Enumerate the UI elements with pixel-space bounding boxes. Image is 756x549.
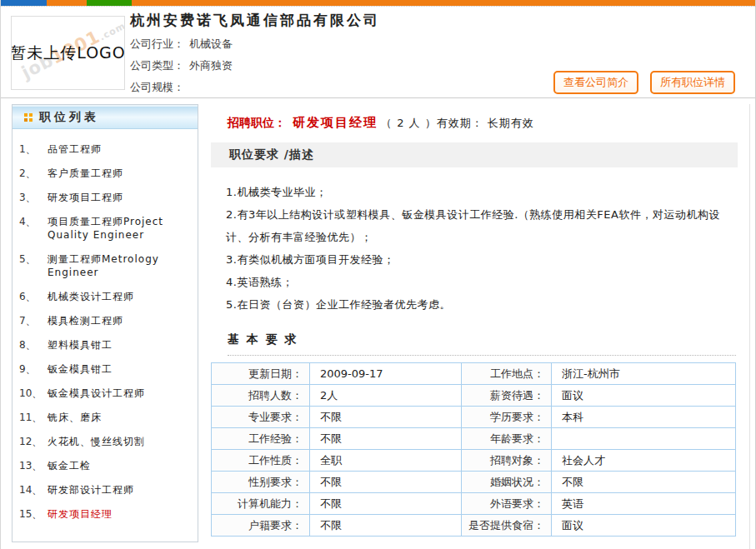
job-item-title: 塑料模具钳工 [48,338,193,352]
job-item-title: 研发项目工程师 [48,191,193,204]
company-info-row: 公司行业：机械设备 [130,37,233,48]
company-info-row: 公司规模： [130,80,233,92]
requirement-line: 2.有3年以上结构设计或塑料模具、钣金模具设计工作经验.（熟练使用相关FEA软件… [226,203,738,248]
job-list-item[interactable]: 12、 火花机、慢丝线切割 [19,430,193,454]
job-list-item[interactable]: 3、 研发项目工程师 [19,186,193,210]
job-list-title: 职位列表 [39,110,99,125]
job-detail-panel: 招聘职位：研发项目经理（ 2 人 ）有效期： 长期有效 职位要求 /描述 1.机… [208,104,750,549]
job-item-number: 11、 [19,411,48,424]
table-value-cell: 不限 [310,428,462,450]
job-item-title: 研发部设计工程师 [48,483,193,497]
job-item-title: 火花机、慢丝线切割 [48,435,193,448]
job-item-number: 14、 [19,483,48,497]
job-item-title: 项目质量工程师Project Quality Engineer [48,215,193,242]
header-buttons: 查看公司简介 所有职位详情 [553,71,735,94]
table-row: 更新日期： 2009-09-17 工作地点： 浙江-杭州市 [212,363,736,385]
table-value-cell: 2人 [310,385,462,407]
table-value-cell: 英语 [552,493,736,515]
table-label-cell: 工作性质： [212,450,310,472]
job-item-number: 5、 [19,252,48,279]
content-area: 职位列表 1、 品管工程师 2、 客户质量工程师 3、 研发项目工程师 [1,98,755,542]
job-item-title: 研发项目经理 [48,507,193,521]
job-title: 研发项目经理 [293,115,378,130]
basic-requirements-header: 基 本 要 求 [228,332,736,356]
table-value-cell: 面议 [552,385,736,407]
table-label-cell: 工作地点： [462,363,552,385]
requirement-line: 4.英语熟练； [226,271,738,293]
job-item-number: 15、 [19,507,48,521]
company-info-value: 外商独资 [189,59,233,72]
job-list-item[interactable]: 10、 钣金模具设计工程师 [19,382,193,406]
recruit-position-label: 招聘职位： [228,116,286,129]
job-list-item[interactable]: 11、 铣床、磨床 [19,406,193,430]
table-value-cell: 浙江-杭州市 [552,363,736,385]
job-title-line: 招聘职位：研发项目经理（ 2 人 ）有效期： 长期有效 [228,115,741,131]
job-item-title: 测量工程师Metrology Engineer [48,252,193,279]
company-name: 杭州安费诺飞凤通信部品有限公司 [130,11,380,30]
company-info-label: 公司规模： [130,81,184,93]
table-label-cell: 户籍要求： [212,515,310,537]
requirements-section-header: 职位要求 /描述 [211,142,738,167]
table-row: 工作性质： 全职 招聘对象： 社会人才 [212,450,736,472]
requirement-line: 3.有类似机械方面项目开发经验； [226,248,738,271]
table-value-cell: 不限 [310,472,462,493]
view-company-profile-button[interactable]: 查看公司简介 [553,71,638,94]
table-label-cell: 是否提供食宿： [462,515,552,537]
table-row: 专业要求： 不限 学历要求： 本科 [212,407,736,428]
company-header: job1001.com 暂未上传LOGO 杭州安费诺飞凤通信部品有限公司 公司行… [1,7,755,98]
stripe-orange-1 [47,0,87,6]
table-label-cell: 性别要求： [212,472,310,493]
company-info-label: 公司行业： [130,37,184,50]
all-positions-button[interactable]: 所有职位详情 [650,71,735,94]
table-label-cell: 外语要求： [462,493,552,515]
job-list-item[interactable]: 9、 钣金模具钳工 [19,357,193,382]
table-value-cell: 面议 [552,515,736,537]
job-item-number: 12、 [19,435,48,448]
table-value-cell: 不限 [552,472,736,493]
job-list-item[interactable]: 15、 研发项目经理 [19,502,193,527]
table-value-cell: 2009-09-17 [310,363,462,385]
job-list: 1、 品管工程师 2、 客户质量工程师 3、 研发项目工程师 4、 项目质量工程… [13,129,198,527]
job-item-number: 7、 [19,314,48,327]
stripe-green [87,0,132,6]
table-label-cell: 招聘对象： [462,450,552,472]
table-value-cell [552,428,736,450]
table-row: 户籍要求： 不限 是否提供食宿： 面议 [212,515,736,537]
job-list-item[interactable]: 5、 测量工程师Metrology Engineer [19,247,193,285]
requirement-line: 1.机械类专业毕业； [226,181,738,203]
table-label-cell: 招聘人数： [212,385,310,407]
job-list-item[interactable]: 1、 品管工程师 [19,137,193,162]
job-list-item[interactable]: 13、 钣金工检 [19,454,193,478]
job-item-number: 13、 [19,459,48,472]
job-list-item[interactable]: 7、 模具检测工程师 [19,309,193,333]
stripe-orange-2 [132,0,755,6]
job-requirements-description: 1.机械类专业毕业； 2.有3年以上结构设计或塑料模具、钣金模具设计工作经验.（… [226,181,738,316]
company-info-fields: 公司行业：机械设备 公司类型：外商独资 公司规模： [130,37,233,102]
job-item-title: 钣金模具设计工程师 [48,387,193,400]
table-value-cell: 不限 [310,493,462,515]
table-row: 招聘人数： 2人 薪资待遇： 面议 [212,385,736,407]
table-value-cell: 本科 [552,407,736,428]
table-label-cell: 学历要求： [462,407,552,428]
company-info-value: 机械设备 [189,37,233,50]
logo-placeholder-text: 暂未上传LOGO [12,17,124,89]
job-list-sidebar: 职位列表 1、 品管工程师 2、 客户质量工程师 3、 研发项目工程师 [12,104,198,542]
table-label-cell: 年龄要求： [462,428,552,450]
job-list-header: 职位列表 [13,105,198,129]
job-list-item[interactable]: 14、 研发部设计工程师 [19,478,193,502]
job-list-item[interactable]: 8、 塑料模具钳工 [19,333,193,357]
job-list-item[interactable]: 2、 客户质量工程师 [19,162,193,186]
grid-squares-icon [24,113,28,117]
table-row: 工作经验： 不限 年龄要求： [212,428,736,450]
job-list-item[interactable]: 6、 机械类设计工程师 [19,285,193,309]
validity-period: 有效期： 长期有效 [437,117,534,129]
job-item-number: 8、 [19,338,48,352]
headcount: （ 2 人 ） [381,117,437,129]
job-item-title: 机械类设计工程师 [48,290,193,303]
job-item-title: 钣金工检 [48,459,193,472]
job-list-item[interactable]: 4、 项目质量工程师Project Quality Engineer [19,210,193,247]
job-item-number: 4、 [19,215,48,242]
company-info-label: 公司类型： [130,59,184,72]
job-item-number: 9、 [19,362,48,376]
table-value-cell: 社会人才 [552,450,736,472]
